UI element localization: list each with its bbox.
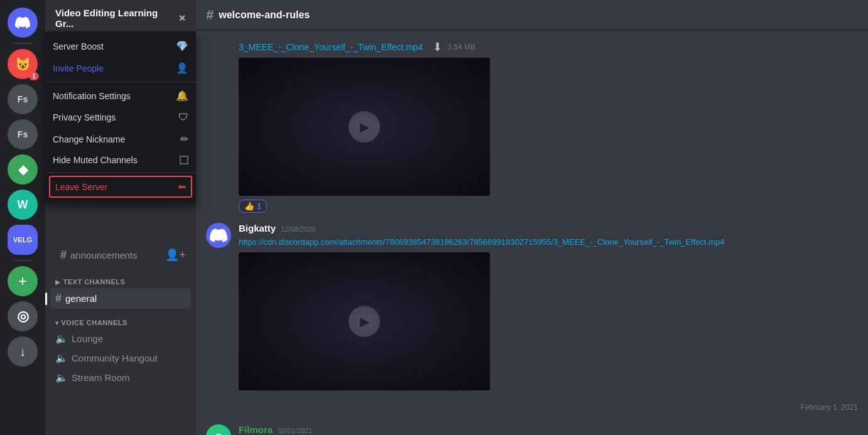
message-1: 3_MEEE_-_Clone_Yourself_-_Twin_Effect.mp… — [206, 40, 858, 213]
boost-icon: 💎 — [176, 40, 188, 52]
channel-lounge-name: Lounge — [72, 333, 103, 344]
server-icon-fs2[interactable]: Fs — [8, 119, 38, 149]
server-sidebar: Video Editing Learning Gr... ✕ Server Bo… — [45, 0, 196, 435]
channel-item-community-hangout[interactable]: 🔈 Community Hangout — [50, 348, 191, 368]
invite-icon: 👤 — [176, 62, 188, 74]
avatar-bigkatty — [206, 223, 231, 248]
message-bigkatty-header: Bigkatty 12/08/2020 — [239, 223, 858, 234]
shield-icon: 🛡 — [178, 112, 188, 123]
file-size: 3.54 MB — [447, 43, 475, 51]
username-bigkatty: Bigkatty — [239, 223, 276, 234]
message-filmora: F Filmora 02/01/2021 Discover the power … — [206, 424, 858, 435]
rail-divider — [13, 43, 33, 44]
message-filmora-header: Filmora 02/01/2021 — [239, 424, 858, 435]
menu-item-leave-server[interactable]: Leave Server ⬅ — [49, 176, 192, 198]
server-icon-teal[interactable]: W — [8, 190, 38, 220]
channel-hangout-name: Community Hangout — [72, 353, 158, 363]
server-icon-add[interactable]: + — [8, 266, 38, 296]
leave-icon: ⬅ — [178, 181, 186, 193]
reaction-emoji: 👍 — [244, 201, 254, 211]
close-icon: ✕ — [178, 13, 186, 23]
menu-item-hide-muted[interactable]: Hide Muted Channels — [45, 150, 196, 170]
menu-item-invite-people[interactable]: Invite People 👤 — [45, 57, 196, 79]
message-reaction[interactable]: 👍 1 — [239, 200, 267, 213]
notification-settings-label: Notification Settings — [53, 91, 131, 101]
text-channels-label: TEXT CHANNELS — [63, 278, 126, 286]
server-boost-label: Server Boost — [53, 41, 104, 51]
header-hash-icon: # — [206, 7, 214, 23]
video-overlay-2 — [239, 252, 490, 390]
download-file-icon[interactable]: ⬇ — [433, 40, 442, 54]
server-icon-discord-home[interactable] — [8, 8, 38, 38]
menu-item-privacy-settings[interactable]: Privacy Settings 🛡 — [45, 107, 196, 128]
hide-muted-label: Hide Muted Channels — [53, 155, 138, 165]
voice-channels-arrow: ▾ — [55, 320, 59, 326]
channel-list: # announcements 👤+ ▶ TEXT CHANNELS # gen… — [45, 244, 196, 435]
timestamp-bigkatty: 12/08/2020 — [281, 225, 315, 233]
channel-hash-icon: # — [60, 249, 67, 262]
privacy-settings-label: Privacy Settings — [53, 112, 116, 122]
video-overlay — [239, 58, 490, 196]
main-header: # welcome-and-rules — [196, 0, 868, 30]
message-bigkatty: Bigkatty 12/08/2020 https://cdn.discorda… — [206, 223, 858, 390]
channel-item-announcements[interactable]: # announcements 👤+ — [50, 244, 191, 266]
channel-stream-name: Stream Room — [72, 372, 130, 383]
pencil-icon: ✏ — [180, 133, 188, 145]
menu-item-change-nickname[interactable]: Change Nickname ✏ — [45, 128, 196, 150]
server-icon-download[interactable]: ↓ — [8, 336, 38, 367]
message-bigkatty-content: Bigkatty 12/08/2020 https://cdn.discorda… — [239, 223, 858, 390]
message-filmora-content: Filmora 02/01/2021 Discover the power of… — [239, 424, 858, 435]
server-icon-green[interactable]: ◆ — [8, 154, 38, 185]
menu-divider-1 — [45, 82, 196, 82]
bell-icon: 🔔 — [176, 90, 188, 102]
server-rail: 😺 1 Fs Fs ◆ W VELG + ◎ ↓ — [0, 0, 45, 435]
rail-divider-2 — [13, 260, 33, 261]
server-icon-notification[interactable]: 😺 1 — [8, 49, 38, 79]
channel-item-stream-room[interactable]: 🔈 Stream Room — [50, 368, 191, 387]
reaction-count: 1 — [257, 201, 261, 211]
message-1-content: 3_MEEE_-_Clone_Yourself_-_Twin_Effect.mp… — [239, 40, 858, 213]
voice-channels-label: VOICE CHANNELS — [62, 319, 127, 326]
message-bigkatty-link-text: https://cdn.discordapp.com/attachments/7… — [239, 236, 858, 249]
server-icon-velg[interactable]: VELG — [8, 225, 38, 255]
speaker-icon-hangout: 🔈 — [55, 352, 68, 364]
menu-item-notification-settings[interactable]: Notification Settings 🔔 — [45, 85, 196, 107]
change-nickname-label: Change Nickname — [53, 134, 125, 144]
speaker-icon-lounge: 🔈 — [55, 333, 68, 345]
file-name[interactable]: 3_MEEE_-_Clone_Yourself_-_Twin_Effect.mp… — [239, 42, 423, 52]
menu-divider-2 — [45, 173, 196, 173]
timestamp-filmora: 02/01/2021 — [278, 427, 312, 434]
video-attachment-1[interactable]: ▶ — [239, 58, 490, 196]
speaker-icon-stream: 🔈 — [55, 372, 68, 384]
server-icon-compass[interactable]: ◎ — [8, 301, 38, 331]
attachment-link[interactable]: https://cdn.discordapp.com/attachments/7… — [239, 237, 724, 247]
main-content: # welcome-and-rules 3_MEEE_-_Clone_Yours… — [196, 0, 868, 435]
context-menu: Server Boost 💎 Invite People 👤 Notificat… — [45, 31, 196, 203]
channel-hash-icon-general: # — [55, 292, 62, 305]
text-channels-header[interactable]: ▶ TEXT CHANNELS — [50, 268, 191, 288]
channel-item-lounge[interactable]: 🔈 Lounge — [50, 329, 191, 348]
notification-badge: 1 — [29, 72, 39, 80]
active-indicator — [45, 293, 47, 305]
checkbox-icon — [180, 156, 188, 164]
menu-item-server-boost[interactable]: Server Boost 💎 — [45, 35, 196, 57]
voice-channels-header[interactable]: ▾ VOICE CHANNELS — [50, 309, 191, 329]
avatar-filmora: F — [206, 424, 231, 435]
add-member-icon[interactable]: 👤+ — [165, 248, 186, 262]
text-channels-arrow: ▶ — [55, 279, 61, 286]
file-info: 3_MEEE_-_Clone_Yourself_-_Twin_Effect.mp… — [239, 40, 858, 54]
date-separator: February 1, 2021 — [206, 400, 858, 414]
channel-general-name: general — [65, 293, 97, 304]
channel-announcements-name: announcements — [70, 250, 138, 260]
header-channel-name: welcome-and-rules — [219, 9, 310, 21]
chat-area: 3_MEEE_-_Clone_Yourself_-_Twin_Effect.mp… — [196, 30, 868, 435]
video-attachment-2[interactable]: ▶ — [239, 252, 490, 390]
invite-people-label: Invite People — [53, 63, 104, 73]
username-filmora: Filmora — [239, 424, 273, 435]
channel-item-general[interactable]: # general — [50, 288, 191, 309]
server-name: Video Editing Learning Gr... — [55, 8, 178, 29]
leave-server-label: Leave Server — [55, 182, 107, 192]
server-icon-fs1[interactable]: Fs — [8, 84, 38, 114]
